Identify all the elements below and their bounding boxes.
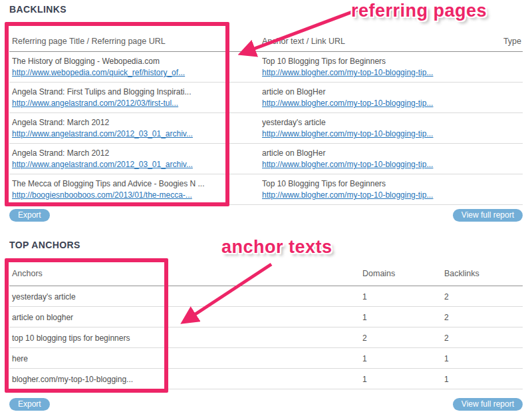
- anchor-texts-annotation-label: anchor texts: [221, 237, 332, 258]
- referring-page-title: The Mecca of Blogging Tips and Advice - …: [12, 179, 259, 189]
- column-header-domains: Domains: [362, 269, 444, 286]
- backlinks-rows: The History of Blogging - Webopedia.com …: [9, 52, 523, 205]
- anchor-text: Top 10 Blogging Tips for Beginners: [262, 179, 489, 189]
- anchor-row: article on blogher 1 2: [9, 307, 523, 327]
- column-header-anchors: Anchors: [9, 269, 362, 286]
- anchor-row: yesterday's article 1 2: [9, 286, 523, 307]
- anchor-label: blogher.com/my-top-10-blogging...: [9, 375, 362, 389]
- backlinks-export-button[interactable]: Export: [9, 209, 50, 222]
- column-header-referring-page: Referring page Title / Referring page UR…: [9, 37, 259, 51]
- referring-pages-annotation-label: referring pages: [351, 1, 487, 21]
- type-cell: [489, 179, 523, 204]
- top-anchors-section-title: TOP ANCHORS: [9, 240, 80, 250]
- type-cell: [489, 118, 523, 143]
- referring-page-url-link[interactable]: http://www.angelastrand.com/2012_03_01_a…: [12, 160, 193, 169]
- top-anchors-table-header: Anchors Domains Backlinks: [9, 263, 523, 286]
- referring-page-title: Angela Strand: March 2012: [12, 118, 259, 128]
- top-anchors-rows: yesterday's article 1 2 article on blogh…: [9, 286, 523, 389]
- link-url-link[interactable]: http://www.blogher.com/my-top-10-bloggin…: [262, 190, 433, 200]
- anchor-row: here 1 1: [9, 348, 523, 369]
- link-url-link[interactable]: http://www.blogher.com/my-top-10-bloggin…: [262, 160, 433, 169]
- top-anchors-view-full-report-button[interactable]: View full report: [453, 398, 523, 411]
- backlinks-count: 2: [444, 292, 523, 306]
- domains-count: 1: [362, 313, 444, 327]
- anchor-row: blogher.com/my-top-10-blogging... 1 1: [9, 369, 523, 389]
- backlinks-section-title: BACKLINKS: [9, 4, 66, 15]
- anchor-label: top 10 blogging tips for beginners: [9, 333, 362, 347]
- backlinks-count: 1: [444, 375, 523, 389]
- backlinks-table-header: Referring page Title / Referring page UR…: [9, 33, 523, 52]
- top-anchors-table: Anchors Domains Backlinks yesterday's ar…: [9, 263, 523, 389]
- backlink-row: The History of Blogging - Webopedia.com …: [9, 52, 523, 83]
- anchor-text: article on BlogHer: [262, 87, 489, 97]
- referring-page-title: Angela Strand: March 2012: [12, 148, 259, 158]
- type-cell: [489, 148, 523, 174]
- type-cell: [489, 87, 523, 112]
- link-url-link[interactable]: http://www.blogher.com/my-top-10-bloggin…: [262, 99, 433, 108]
- referring-page-url-link[interactable]: http://www.webopedia.com/quick_ref/histo…: [12, 68, 185, 77]
- referring-page-url-link[interactable]: http://www.angelastrand.com/2012/03/firs…: [12, 99, 178, 108]
- backlink-row: Angela Strand: March 2012 http://www.ang…: [9, 113, 523, 144]
- referring-page-title: The History of Blogging - Webopedia.com: [12, 57, 259, 67]
- backlinks-count: 2: [444, 333, 523, 347]
- backlinks-table: Referring page Title / Referring page UR…: [9, 33, 523, 205]
- backlinks-count: 2: [444, 313, 523, 327]
- domains-count: 1: [362, 292, 444, 306]
- referring-page-title: Angela Strand: First Tulips and Blogging…: [12, 87, 259, 97]
- anchor-row: top 10 blogging tips for beginners 2 2: [9, 327, 523, 348]
- backlink-row: Angela Strand: March 2012 http://www.ang…: [9, 144, 523, 174]
- anchor-text: Top 10 Blogging Tips for Beginners: [262, 57, 489, 67]
- anchor-label: here: [9, 354, 362, 368]
- domains-count: 1: [362, 375, 444, 389]
- domains-count: 2: [362, 333, 444, 347]
- anchor-label: yesterday's article: [9, 292, 362, 306]
- column-header-backlinks: Backlinks: [444, 269, 523, 286]
- type-cell: [489, 57, 523, 82]
- column-header-type: Type: [489, 37, 523, 51]
- backlinks-count: 1: [444, 354, 523, 368]
- backlink-row: Angela Strand: First Tulips and Blogging…: [9, 83, 523, 113]
- anchor-text: article on BlogHer: [262, 148, 489, 158]
- domains-count: 1: [362, 354, 444, 368]
- referring-page-url-link[interactable]: http://www.angelastrand.com/2012_03_01_a…: [12, 129, 193, 138]
- top-anchors-export-button[interactable]: Export: [9, 398, 50, 411]
- referring-page-url-link[interactable]: http://boogiesnbooboos.com/2013/01/the-m…: [12, 190, 192, 200]
- backlink-row: The Mecca of Blogging Tips and Advice - …: [9, 174, 523, 205]
- link-url-link[interactable]: http://www.blogher.com/my-top-10-bloggin…: [262, 129, 433, 138]
- anchor-text: yesterday's article: [262, 118, 489, 128]
- link-url-link[interactable]: http://www.blogher.com/my-top-10-bloggin…: [262, 68, 433, 77]
- anchor-label: article on blogher: [9, 313, 362, 327]
- column-header-anchor-text: Anchor text / Link URL: [259, 37, 489, 51]
- backlinks-view-full-report-button[interactable]: View full report: [453, 209, 523, 222]
